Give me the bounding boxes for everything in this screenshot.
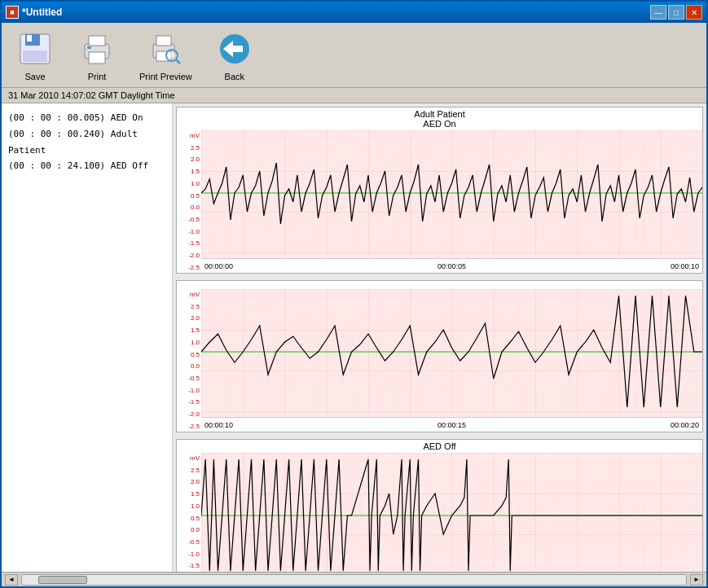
save-label: Save	[24, 72, 45, 81]
chart1-time-2: 00:00:10	[671, 262, 699, 270]
bottom-bar: ◄ ►	[2, 572, 706, 586]
svg-line-12	[176, 59, 180, 64]
chart-header-1: Adult Patient AED On	[177, 108, 702, 130]
chart2-time-1: 00:00:15	[438, 421, 466, 429]
chart-header-2	[177, 281, 702, 289]
chart1-time-1: 00:00:05	[438, 262, 466, 270]
svg-rect-6	[89, 52, 105, 64]
chart-body-1: mV 2.5 2.0 1.5 1.0 0.5 0.0 -0.5 -1.0 -1.…	[177, 130, 702, 273]
chart1-svg	[201, 130, 702, 257]
right-panel[interactable]: Adult Patient AED On mV 2.5 2.0 1.5 1.0 …	[173, 103, 706, 572]
app-icon: ■	[6, 6, 19, 19]
main-content: (00 : 00 : 00.005) AED On (00 : 00 : 00.…	[2, 103, 706, 572]
scrollbar-thumb[interactable]	[38, 576, 87, 584]
svg-point-13	[169, 52, 175, 59]
back-button[interactable]: Back	[208, 25, 262, 86]
back-label: Back	[225, 72, 244, 81]
chart1-header-line2: AED On	[182, 119, 697, 129]
chart2-area: 00:00:10 00:00:15 00:00:20	[201, 289, 702, 432]
scroll-left-button[interactable]: ◄	[5, 574, 18, 586]
chart3-area: 00:00:20 00:00:25 00:00:30	[201, 453, 702, 572]
svg-rect-7	[87, 46, 91, 49]
window-title: *Untitled	[22, 7, 62, 18]
scroll-right-button[interactable]: ►	[690, 574, 703, 586]
svg-rect-5	[89, 36, 105, 46]
svg-rect-9	[156, 36, 171, 46]
print-label: Print	[88, 72, 107, 81]
save-button[interactable]: Save	[8, 25, 62, 86]
chart2-y-axis: mV 2.5 2.0 1.5 1.0 0.5 0.0 -0.5 -1.0 -1.…	[177, 289, 201, 432]
title-bar: ■ *Untitled — □ ✕	[2, 2, 706, 23]
print-preview-button[interactable]: Print Preview	[132, 25, 200, 86]
maximize-button[interactable]: □	[668, 5, 684, 20]
horizontal-scrollbar[interactable]	[21, 574, 687, 586]
chart1-time-axis: 00:00:00 00:00:05 00:00:10	[201, 258, 702, 273]
chart3-y-axis: mV 2.5 2.0 1.5 1.0 0.5 0.0 -0.5 -1.0 -1.…	[177, 453, 201, 572]
title-controls: — □ ✕	[650, 5, 702, 20]
chart1-area: 00:00:00 00:00:05 00:00:10	[201, 130, 702, 273]
svg-rect-3	[23, 50, 47, 62]
left-panel: (00 : 00 : 00.005) AED On (00 : 00 : 00.…	[2, 103, 173, 572]
chart3-svg	[201, 453, 702, 572]
chart1-header-line1: Adult Patient	[182, 109, 697, 119]
toolbar: Save Print	[2, 23, 706, 88]
chart-panel-1: Adult Patient AED On mV 2.5 2.0 1.5 1.0 …	[176, 107, 703, 274]
event-item-1: (00 : 00 : 00.005) AED On	[8, 110, 165, 126]
event-item-2: (00 : 00 : 00.240) Adult Patient	[8, 126, 165, 159]
print-icon	[77, 29, 117, 68]
chart-body-2: mV 2.5 2.0 1.5 1.0 0.5 0.0 -0.5 -1.0 -1.…	[177, 289, 702, 432]
close-button[interactable]: ✕	[686, 5, 702, 20]
chart1-time-0: 00:00:00	[204, 262, 233, 270]
svg-rect-2	[27, 35, 32, 42]
main-window: ■ *Untitled — □ ✕ Save	[0, 0, 708, 588]
chart1-y-axis: mV 2.5 2.0 1.5 1.0 0.5 0.0 -0.5 -1.0 -1.…	[177, 130, 201, 273]
chart-header-3: AED Off	[177, 440, 702, 453]
print-preview-label: Print Preview	[139, 72, 192, 81]
chart2-time-0: 00:00:10	[204, 421, 233, 429]
status-bar: 31 Mar 2010 14:07:02 GMT Daylight Time	[2, 88, 706, 103]
chart-body-3: mV 2.5 2.0 1.5 1.0 0.5 0.0 -0.5 -1.0 -1.…	[177, 453, 702, 572]
chart-panel-3: AED Off mV 2.5 2.0 1.5 1.0 0.5 0.0 -0.5 …	[176, 439, 703, 572]
save-icon	[15, 29, 55, 68]
chart3-header-line1: AED Off	[182, 441, 697, 451]
chart2-time-2: 00:00:20	[671, 421, 699, 429]
minimize-button[interactable]: —	[650, 5, 666, 20]
print-button[interactable]: Print	[70, 25, 124, 86]
event-item-3: (00 : 00 : 24.100) AED Off	[8, 158, 165, 174]
chart2-time-axis: 00:00:10 00:00:15 00:00:20	[201, 417, 702, 432]
print-preview-icon	[146, 29, 185, 68]
chart2-svg	[201, 289, 702, 415]
chart-panel-2: mV 2.5 2.0 1.5 1.0 0.5 0.0 -0.5 -1.0 -1.…	[176, 280, 703, 432]
title-bar-left: ■ *Untitled	[6, 6, 62, 19]
datetime-text: 31 Mar 2010 14:07:02 GMT Daylight Time	[8, 90, 175, 100]
back-icon	[215, 29, 254, 68]
